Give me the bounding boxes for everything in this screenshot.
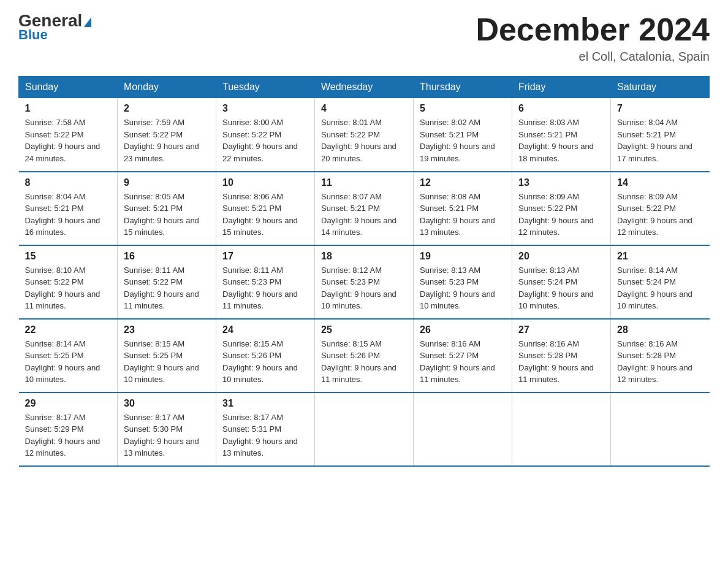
day-number: 10 [222,177,308,188]
calendar-body: 1 Sunrise: 7:58 AM Sunset: 5:22 PM Dayli… [19,98,710,466]
calendar-cell: 16 Sunrise: 8:11 AM Sunset: 5:22 PM Dayl… [118,245,216,319]
day-info: Sunrise: 8:00 AM Sunset: 5:22 PM Dayligh… [222,117,308,164]
calendar-cell: 4 Sunrise: 8:01 AM Sunset: 5:22 PM Dayli… [315,98,414,172]
day-number: 20 [518,251,604,262]
calendar-cell: 7 Sunrise: 8:04 AM Sunset: 5:21 PM Dayli… [611,98,710,172]
calendar-cell: 5 Sunrise: 8:02 AM Sunset: 5:21 PM Dayli… [414,98,512,172]
day-info: Sunrise: 8:14 AM Sunset: 5:24 PM Dayligh… [617,264,703,312]
day-number: 12 [420,177,506,188]
day-info: Sunrise: 8:15 AM Sunset: 5:25 PM Dayligh… [124,338,210,386]
header-row: SundayMondayTuesdayWednesdayThursdayFrid… [19,77,710,98]
location: el Coll, Catalonia, Spain [476,50,710,64]
calendar-cell [512,393,611,466]
week-row-4: 22 Sunrise: 8:14 AM Sunset: 5:25 PM Dayl… [19,319,710,393]
day-info: Sunrise: 8:07 AM Sunset: 5:21 PM Dayligh… [321,191,407,239]
calendar-cell: 31 Sunrise: 8:17 AM Sunset: 5:31 PM Dayl… [216,393,315,466]
day-number: 30 [124,398,210,409]
calendar-cell [315,393,414,466]
day-info: Sunrise: 8:04 AM Sunset: 5:21 PM Dayligh… [617,117,703,164]
day-info: Sunrise: 8:15 AM Sunset: 5:26 PM Dayligh… [222,338,308,386]
day-info: Sunrise: 8:14 AM Sunset: 5:25 PM Dayligh… [25,338,112,386]
calendar-cell: 27 Sunrise: 8:16 AM Sunset: 5:28 PM Dayl… [512,319,611,393]
calendar-cell: 20 Sunrise: 8:13 AM Sunset: 5:24 PM Dayl… [512,245,611,319]
day-number: 21 [617,251,703,262]
day-info: Sunrise: 7:58 AM Sunset: 5:22 PM Dayligh… [25,117,112,164]
day-number: 19 [420,251,506,262]
calendar-cell: 11 Sunrise: 8:07 AM Sunset: 5:21 PM Dayl… [315,172,414,245]
day-info: Sunrise: 8:17 AM Sunset: 5:29 PM Dayligh… [25,412,112,459]
calendar-cell: 29 Sunrise: 8:17 AM Sunset: 5:29 PM Dayl… [19,393,118,466]
calendar-cell: 25 Sunrise: 8:15 AM Sunset: 5:26 PM Dayl… [315,319,414,393]
day-number: 27 [518,324,604,335]
calendar-table: SundayMondayTuesdayWednesdayThursdayFrid… [18,76,710,467]
calendar-header: SundayMondayTuesdayWednesdayThursdayFrid… [19,77,710,98]
calendar-cell: 8 Sunrise: 8:04 AM Sunset: 5:21 PM Dayli… [19,172,118,245]
day-number: 3 [222,103,308,114]
day-number: 11 [321,177,407,188]
day-info: Sunrise: 8:09 AM Sunset: 5:22 PM Dayligh… [617,191,703,239]
calendar-cell [611,393,710,466]
calendar-cell: 13 Sunrise: 8:09 AM Sunset: 5:22 PM Dayl… [512,172,611,245]
day-info: Sunrise: 8:11 AM Sunset: 5:22 PM Dayligh… [124,264,210,312]
day-info: Sunrise: 8:09 AM Sunset: 5:22 PM Dayligh… [518,191,604,239]
day-number: 28 [617,324,703,335]
day-number: 24 [222,324,308,335]
day-number: 18 [321,251,407,262]
day-info: Sunrise: 8:13 AM Sunset: 5:23 PM Dayligh… [420,264,506,312]
weekday-header-thursday: Thursday [414,77,512,98]
weekday-header-tuesday: Tuesday [216,77,315,98]
week-row-2: 8 Sunrise: 8:04 AM Sunset: 5:21 PM Dayli… [19,172,710,245]
page-header: General Blue December 2024 el Coll, Cata… [18,12,710,64]
day-number: 14 [617,177,703,188]
day-number: 13 [518,177,604,188]
day-info: Sunrise: 8:02 AM Sunset: 5:21 PM Dayligh… [420,117,506,164]
calendar-cell: 15 Sunrise: 8:10 AM Sunset: 5:22 PM Dayl… [19,245,118,319]
day-info: Sunrise: 8:04 AM Sunset: 5:21 PM Dayligh… [25,191,112,239]
week-row-5: 29 Sunrise: 8:17 AM Sunset: 5:29 PM Dayl… [19,393,710,466]
day-info: Sunrise: 8:17 AM Sunset: 5:30 PM Dayligh… [124,412,210,459]
calendar-cell: 2 Sunrise: 7:59 AM Sunset: 5:22 PM Dayli… [118,98,216,172]
week-row-3: 15 Sunrise: 8:10 AM Sunset: 5:22 PM Dayl… [19,245,710,319]
day-info: Sunrise: 8:12 AM Sunset: 5:23 PM Dayligh… [321,264,407,312]
day-number: 25 [321,324,407,335]
calendar-cell: 26 Sunrise: 8:16 AM Sunset: 5:27 PM Dayl… [414,319,512,393]
day-info: Sunrise: 8:16 AM Sunset: 5:28 PM Dayligh… [617,338,703,386]
day-info: Sunrise: 8:16 AM Sunset: 5:28 PM Dayligh… [518,338,604,386]
week-row-1: 1 Sunrise: 7:58 AM Sunset: 5:22 PM Dayli… [19,98,710,172]
calendar-cell: 14 Sunrise: 8:09 AM Sunset: 5:22 PM Dayl… [611,172,710,245]
day-number: 15 [25,251,112,262]
calendar-cell: 3 Sunrise: 8:00 AM Sunset: 5:22 PM Dayli… [216,98,315,172]
day-number: 7 [617,103,703,114]
day-number: 5 [420,103,506,114]
weekday-header-sunday: Sunday [19,77,118,98]
day-number: 22 [25,324,112,335]
weekday-header-saturday: Saturday [611,77,710,98]
calendar-cell: 18 Sunrise: 8:12 AM Sunset: 5:23 PM Dayl… [315,245,414,319]
calendar-cell: 17 Sunrise: 8:11 AM Sunset: 5:23 PM Dayl… [216,245,315,319]
day-info: Sunrise: 8:08 AM Sunset: 5:21 PM Dayligh… [420,191,506,239]
day-number: 2 [124,103,210,114]
title-section: December 2024 el Coll, Catalonia, Spain [476,12,710,64]
day-info: Sunrise: 8:11 AM Sunset: 5:23 PM Dayligh… [222,264,308,312]
day-info: Sunrise: 8:16 AM Sunset: 5:27 PM Dayligh… [420,338,506,386]
calendar-cell: 10 Sunrise: 8:06 AM Sunset: 5:21 PM Dayl… [216,172,315,245]
day-info: Sunrise: 8:15 AM Sunset: 5:26 PM Dayligh… [321,338,407,386]
calendar-cell: 22 Sunrise: 8:14 AM Sunset: 5:25 PM Dayl… [19,319,118,393]
day-info: Sunrise: 7:59 AM Sunset: 5:22 PM Dayligh… [124,117,210,164]
day-number: 29 [25,398,112,409]
weekday-header-wednesday: Wednesday [315,77,414,98]
day-info: Sunrise: 8:06 AM Sunset: 5:21 PM Dayligh… [222,191,308,239]
calendar-cell: 12 Sunrise: 8:08 AM Sunset: 5:21 PM Dayl… [414,172,512,245]
day-number: 6 [518,103,604,114]
calendar-cell: 1 Sunrise: 7:58 AM Sunset: 5:22 PM Dayli… [19,98,118,172]
calendar-cell: 21 Sunrise: 8:14 AM Sunset: 5:24 PM Dayl… [611,245,710,319]
day-number: 9 [124,177,210,188]
day-info: Sunrise: 8:17 AM Sunset: 5:31 PM Dayligh… [222,412,308,459]
month-title: December 2024 [476,12,710,47]
day-info: Sunrise: 8:03 AM Sunset: 5:21 PM Dayligh… [518,117,604,164]
day-info: Sunrise: 8:10 AM Sunset: 5:22 PM Dayligh… [25,264,112,312]
calendar-cell: 28 Sunrise: 8:16 AM Sunset: 5:28 PM Dayl… [611,319,710,393]
logo: General Blue [18,12,91,43]
day-info: Sunrise: 8:13 AM Sunset: 5:24 PM Dayligh… [518,264,604,312]
logo-blue: Blue [18,27,48,43]
